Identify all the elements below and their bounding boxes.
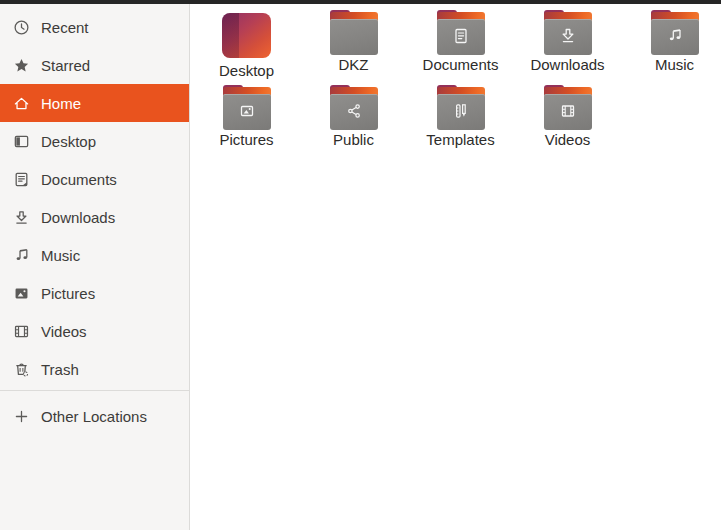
music-note-icon — [13, 247, 30, 264]
file-label: Templates — [426, 132, 494, 148]
share-emblem-icon — [344, 101, 364, 121]
sidebar-item-recent[interactable]: Recent — [0, 8, 189, 46]
sidebar-item-trash[interactable]: Trash — [0, 350, 189, 388]
file-label: DKZ — [339, 57, 369, 73]
file-item-documents[interactable]: Documents — [411, 10, 511, 85]
home-icon — [13, 95, 30, 112]
sidebar-item-label: Other Locations — [41, 408, 147, 425]
folder-template-icon — [437, 85, 485, 130]
file-label: Documents — [423, 57, 499, 73]
file-label: Music — [655, 57, 694, 73]
sidebar-item-label: Recent — [41, 19, 89, 36]
clock-icon — [13, 19, 30, 36]
folder-film-icon — [544, 85, 592, 130]
files-grid: Desktop DKZ Documents — [193, 10, 721, 160]
file-item-videos[interactable]: Videos — [518, 85, 618, 160]
star-icon — [13, 57, 30, 74]
file-label: Videos — [545, 132, 591, 148]
file-item-public[interactable]: Public — [304, 85, 404, 160]
sidebar-item-label: Home — [41, 95, 81, 112]
folder-share-icon — [330, 85, 378, 130]
file-item-templates[interactable]: Templates — [411, 85, 511, 160]
desktop-gradient-icon — [222, 13, 271, 58]
sidebar-separator — [0, 390, 189, 391]
document-emblem-icon — [451, 26, 471, 46]
folder-icon — [330, 10, 378, 55]
places-sidebar: Recent Starred Home Desktop Documents — [0, 4, 190, 530]
sidebar-item-desktop[interactable]: Desktop — [0, 122, 189, 160]
file-label: Pictures — [219, 132, 273, 148]
sidebar-item-starred[interactable]: Starred — [0, 46, 189, 84]
film-icon — [13, 323, 30, 340]
sidebar-item-home[interactable]: Home — [0, 84, 189, 122]
sidebar-item-label: Desktop — [41, 133, 96, 150]
file-label: Desktop — [219, 63, 274, 79]
file-item-downloads[interactable]: Downloads — [518, 10, 618, 85]
file-label: Downloads — [530, 57, 604, 73]
sidebar-item-label: Documents — [41, 171, 117, 188]
sidebar-item-pictures[interactable]: Pictures — [0, 274, 189, 312]
trash-icon — [13, 361, 30, 378]
file-label: Public — [333, 132, 374, 148]
files-view: Desktop DKZ Documents — [190, 4, 721, 530]
sidebar-item-label: Trash — [41, 361, 79, 378]
file-item-desktop[interactable]: Desktop — [197, 10, 297, 85]
sidebar-item-downloads[interactable]: Downloads — [0, 198, 189, 236]
sidebar-item-label: Music — [41, 247, 80, 264]
file-item-pictures[interactable]: Pictures — [197, 85, 297, 160]
document-icon — [13, 171, 30, 188]
music-emblem-icon — [665, 26, 685, 46]
folder-download-icon — [544, 10, 592, 55]
sidebar-item-label: Videos — [41, 323, 87, 340]
sidebar-item-other-locations[interactable]: Other Locations — [0, 397, 189, 435]
download-arrow-icon — [13, 209, 30, 226]
sidebar-item-label: Starred — [41, 57, 90, 74]
folder-music-icon — [651, 10, 699, 55]
folder-document-icon — [437, 10, 485, 55]
file-item-music[interactable]: Music — [625, 10, 721, 85]
sidebar-item-music[interactable]: Music — [0, 236, 189, 274]
file-manager-window: Recent Starred Home Desktop Documents — [0, 4, 721, 530]
file-item-dkz[interactable]: DKZ — [304, 10, 404, 85]
desktop-window-icon — [13, 133, 30, 150]
plus-icon — [13, 408, 30, 425]
template-emblem-icon — [451, 101, 471, 121]
image-emblem-icon — [237, 101, 257, 121]
film-emblem-icon — [558, 101, 578, 121]
sidebar-item-documents[interactable]: Documents — [0, 160, 189, 198]
picture-icon — [13, 285, 30, 302]
sidebar-item-label: Pictures — [41, 285, 95, 302]
sidebar-item-videos[interactable]: Videos — [0, 312, 189, 350]
download-emblem-icon — [558, 26, 578, 46]
sidebar-item-label: Downloads — [41, 209, 115, 226]
folder-image-icon — [223, 85, 271, 130]
